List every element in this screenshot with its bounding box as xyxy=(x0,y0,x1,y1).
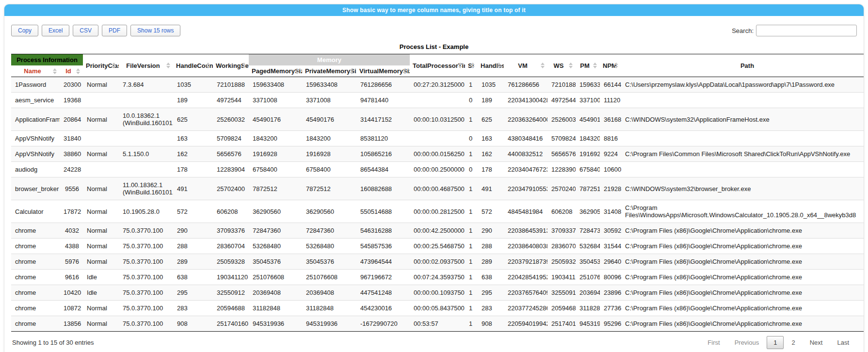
table-cell: C:\Program Files\Common Files\Microsoft … xyxy=(621,146,864,162)
table-cell: 12283904 xyxy=(547,162,576,177)
column-header-path[interactable]: Path xyxy=(621,54,864,77)
table-cell: 7872512 xyxy=(576,177,600,200)
table-cell xyxy=(119,93,173,108)
table-cell: 550514688 xyxy=(356,200,410,223)
copy-button[interactable]: Copy xyxy=(11,25,38,36)
table-cell: 17872 xyxy=(60,200,83,223)
table-cell: 572 xyxy=(478,200,504,223)
table-cell: 638 xyxy=(478,270,504,285)
table-cell xyxy=(621,162,864,177)
sort-icon xyxy=(497,62,501,69)
table-cell: 546316288 xyxy=(356,223,410,239)
column-header-id[interactable]: Id xyxy=(60,65,83,77)
table-cell: 4032 xyxy=(60,223,83,239)
table-cell: Normal xyxy=(83,316,119,332)
table-cell: 75.0.3770.100 xyxy=(119,254,173,270)
table-cell: 53268480 xyxy=(249,239,302,254)
table-cell: 10872 xyxy=(60,301,83,316)
table-row: chrome10872Normal75.0.3770.1002832059468… xyxy=(11,301,864,316)
column-header-virtualmemorysize[interactable]: VirtualMemorySize xyxy=(356,65,410,77)
pdf-button[interactable]: PDF xyxy=(102,25,127,36)
table-cell: 7872512 xyxy=(302,177,356,200)
table-cell: chrome xyxy=(11,270,60,285)
table-cell: 37093376 xyxy=(547,223,576,239)
column-header-vm[interactable]: VM xyxy=(504,54,547,77)
table-cell: 283 xyxy=(478,301,504,316)
show-rows-button[interactable]: Show 15 rows xyxy=(130,25,180,36)
column-header-handlecount[interactable]: HandleCount xyxy=(173,54,213,77)
column-header-npm[interactable]: NPM xyxy=(600,54,621,77)
table-cell: 80096 xyxy=(600,270,621,285)
column-header-name[interactable]: Name xyxy=(11,65,60,77)
table-cell: 638 xyxy=(173,270,213,285)
table-cell xyxy=(410,131,465,146)
table-cell: 945319936 xyxy=(249,316,302,332)
table-cell: 00:00:42.2500000 xyxy=(410,223,465,239)
column-label: PagedMemorySize xyxy=(252,67,302,75)
table-cell: 35045376 xyxy=(576,254,600,270)
table-cell: 36290560 xyxy=(576,200,600,223)
search-input[interactable] xyxy=(756,25,857,36)
next-page-button[interactable]: Next xyxy=(803,336,830,349)
table-cell: 25260032 xyxy=(547,108,576,131)
table-cell: 4380348416 xyxy=(504,131,547,146)
table-cell: 5709824 xyxy=(213,131,249,146)
last-page-button[interactable]: Last xyxy=(830,336,856,349)
column-header-privatememorysize[interactable]: PrivateMemorySize xyxy=(302,65,356,77)
table-cell: 0 xyxy=(465,162,478,177)
group-header-process-information: Process Information xyxy=(11,54,83,66)
column-header-handles[interactable]: Handles xyxy=(478,54,504,77)
table-cell: 2203479105536 xyxy=(504,177,547,200)
column-label: VM xyxy=(518,62,528,69)
table-cell: 10600 xyxy=(600,162,621,177)
column-header-workingset[interactable]: WorkingSet xyxy=(213,54,249,77)
table-cell: C:\Program Files (x86)\Google\Chrome\App… xyxy=(621,254,864,270)
table-cell: 283 xyxy=(173,301,213,316)
table-cell: 6758400 xyxy=(302,162,356,177)
table-cell: 24228 xyxy=(60,162,83,177)
column-header-totalprocessortime[interactable]: TotalProcessorTime xyxy=(410,54,465,77)
page-1-button[interactable]: 1 xyxy=(767,336,784,349)
table-row: audiodg242281781228390467584006758400865… xyxy=(11,162,864,177)
table-cell: 2203772452864 xyxy=(504,301,547,316)
table-cell: 1Password xyxy=(11,77,60,93)
table-cell: 53268480 xyxy=(302,239,356,254)
table-row: Calculator17872Normal10.1905.28.05726062… xyxy=(11,200,864,223)
column-header-pm[interactable]: PM xyxy=(576,54,600,77)
excel-button[interactable]: Excel xyxy=(42,25,69,36)
table-cell: 491 xyxy=(478,177,504,200)
table-cell: 00:00:00.1093750 xyxy=(410,285,465,301)
sort-icon xyxy=(541,62,545,69)
table-cell: C:\Program Files (x86)\Google\Chrome\App… xyxy=(621,270,864,285)
table-row: AppVShNotify38860Normal5.1.150.016256565… xyxy=(11,146,864,162)
table-cell: C:\WINDOWS\system32\browser_broker.exe xyxy=(621,177,864,200)
column-header-priorityclass[interactable]: PriorityClass xyxy=(83,54,119,77)
sort-icon xyxy=(242,62,246,69)
table-cell: 75.0.3770.100 xyxy=(119,301,173,316)
table-cell: 162 xyxy=(173,146,213,162)
table-cell: 2203404767232 xyxy=(504,162,547,177)
table-cell: 288 xyxy=(478,239,504,254)
table-cell: 20594688 xyxy=(547,301,576,316)
column-header-pagedmemorysize[interactable]: PagedMemorySize xyxy=(249,65,302,77)
table-cell xyxy=(621,93,864,108)
table-cell: 36168 xyxy=(600,108,621,131)
page-2-button[interactable]: 2 xyxy=(785,336,802,349)
column-header-ws[interactable]: WS xyxy=(547,54,576,77)
table-cell: 25702400 xyxy=(213,177,249,200)
column-header-fileversion[interactable]: FileVersion xyxy=(119,54,173,77)
table-cell: 25702400 xyxy=(547,177,576,200)
csv-button[interactable]: CSV xyxy=(73,25,98,36)
column-header-si[interactable]: SI xyxy=(465,54,478,77)
table-cell: 86544384 xyxy=(356,162,410,177)
table-cell: 3371008 xyxy=(249,93,302,108)
sort-icon xyxy=(350,68,354,75)
table-cell: 19368 xyxy=(60,93,83,108)
table-cell: 545857536 xyxy=(356,239,410,254)
table-cell: 36290560 xyxy=(249,200,302,223)
table-cell: 10420 xyxy=(60,285,83,301)
table-cell: 1916928 xyxy=(302,146,356,162)
table-cell: 295 xyxy=(173,285,213,301)
table-caption: Process List - Example xyxy=(11,42,857,54)
table-cell: chrome xyxy=(11,316,60,332)
